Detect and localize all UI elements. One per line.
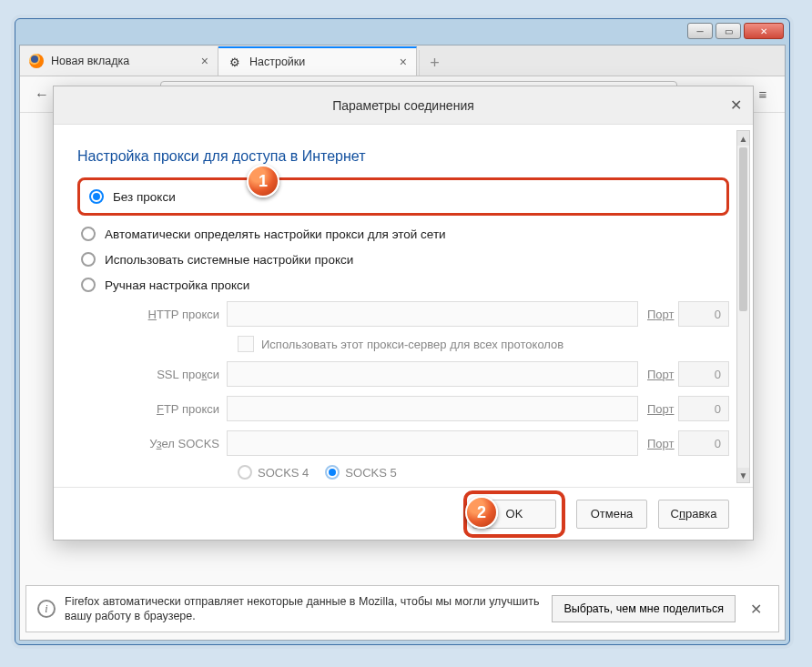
port-label: Порт — [638, 437, 678, 450]
notice-choose-button[interactable]: Выбрать, чем мне поделиться — [552, 595, 736, 622]
callout-badge-2: 2 — [465, 496, 498, 529]
radio-icon — [81, 227, 96, 241]
http-port-input[interactable]: 0 — [678, 301, 729, 327]
notice-text: Firefox автоматически отправляет некотор… — [65, 594, 543, 624]
radio-manual[interactable]: Ручная настройка прокси — [77, 272, 729, 298]
ssl-proxy-input[interactable] — [227, 361, 638, 387]
ftp-port-input[interactable]: 0 — [678, 396, 729, 421]
dialog-footer: OK Отмена Справка — [54, 487, 753, 540]
radio-icon — [325, 465, 340, 480]
tab-close-icon[interactable]: × — [400, 55, 407, 69]
radio-icon — [81, 252, 96, 267]
scroll-thumb[interactable] — [739, 147, 747, 311]
title-bar: ─ ▭ ✕ — [15, 19, 789, 46]
tab-close-icon[interactable]: × — [201, 54, 208, 68]
new-tab-button[interactable]: + — [419, 50, 450, 76]
menu-icon[interactable]: ≡ — [750, 82, 776, 107]
window-frame: ─ ▭ ✕ Новая вкладка × ⚙ Настройки × + ← … — [15, 18, 790, 645]
proxy-fields: HHTTP проксиTTP прокси Порт 0 Использова… — [119, 301, 729, 480]
firefox-icon — [29, 54, 44, 68]
info-icon: i — [37, 600, 56, 618]
dialog-body: Настройка прокси для доступа в Интернет … — [54, 125, 753, 489]
radio-icon — [238, 465, 252, 480]
socks-proxy-input[interactable] — [227, 430, 638, 456]
callout-badge-1: 1 — [247, 165, 279, 197]
radio-label: Автоматически определять настройки прокс… — [105, 227, 446, 241]
radio-label: Использовать системные настройки прокси — [105, 253, 353, 267]
ftp-proxy-input[interactable] — [227, 396, 638, 421]
socks-proxy-label: Узел SOCKS — [119, 437, 227, 450]
tab-strip: Новая вкладка × ⚙ Настройки × + — [20, 45, 785, 76]
notice-close-icon[interactable]: ✕ — [745, 601, 767, 618]
dialog-title: Параметры соединения — [332, 98, 474, 113]
use-for-all-label: Использовать этот прокси-сервер для всех… — [261, 338, 563, 351]
ssl-proxy-label: SSL прокси — [119, 368, 227, 381]
ftp-proxy-label: FTP прокси — [119, 402, 227, 416]
close-window-button[interactable]: ✕ — [744, 23, 784, 39]
port-label: Порт — [638, 368, 678, 381]
radio-socks4[interactable]: SOCKS 4 — [238, 465, 309, 480]
section-title: Настройка прокси для доступа в Интернет — [77, 148, 729, 165]
back-button[interactable]: ← — [29, 82, 55, 107]
radio-system[interactable]: Использовать системные настройки прокси — [77, 247, 729, 272]
radio-label: Без прокси — [113, 190, 176, 204]
dialog-close-icon[interactable]: ✕ — [730, 96, 742, 114]
port-label: Порт — [638, 402, 678, 416]
browser-chrome: Новая вкладка × ⚙ Настройки × + ← → ⟳ ⌂ … — [19, 45, 786, 641]
connection-settings-dialog: Параметры соединения ✕ Настройка прокси … — [53, 86, 754, 541]
radio-label: Ручная настройка прокси — [105, 278, 249, 292]
highlight-no-proxy: Без прокси — [77, 177, 729, 216]
maximize-button[interactable]: ▭ — [716, 23, 741, 39]
radio-icon — [89, 189, 104, 204]
ssl-port-input[interactable]: 0 — [678, 361, 729, 387]
http-proxy-input[interactable] — [227, 301, 638, 327]
help-button[interactable]: Справка — [658, 500, 729, 529]
port-label: Порт — [638, 308, 678, 321]
minimize-button[interactable]: ─ — [687, 23, 713, 39]
dialog-scrollbar[interactable]: ▲ ▼ — [736, 130, 750, 483]
radio-auto-detect[interactable]: Автоматически определять настройки прокс… — [77, 221, 729, 247]
radio-no-proxy[interactable]: Без прокси — [86, 184, 721, 209]
use-for-all-checkbox[interactable] — [238, 336, 254, 352]
tab-label: Новая вкладка — [51, 55, 129, 67]
dialog-header: Параметры соединения ✕ — [54, 86, 753, 125]
tab-new-tab[interactable]: Новая вкладка × — [20, 46, 218, 76]
gear-icon: ⚙ — [228, 55, 242, 69]
http-proxy-label: HHTTP проксиTTP прокси — [119, 308, 227, 321]
socks-port-input[interactable]: 0 — [678, 430, 729, 456]
scroll-up-icon[interactable]: ▲ — [737, 131, 749, 146]
radio-icon — [81, 278, 96, 292]
radio-socks5[interactable]: SOCKS 5 — [325, 465, 396, 480]
notice-bar: i Firefox автоматически отправляет некот… — [25, 585, 779, 632]
tab-label: Настройки — [249, 56, 305, 68]
cancel-button[interactable]: Отмена — [576, 500, 647, 529]
scroll-down-icon[interactable]: ▼ — [737, 468, 749, 482]
tab-settings[interactable]: ⚙ Настройки × — [218, 46, 417, 76]
